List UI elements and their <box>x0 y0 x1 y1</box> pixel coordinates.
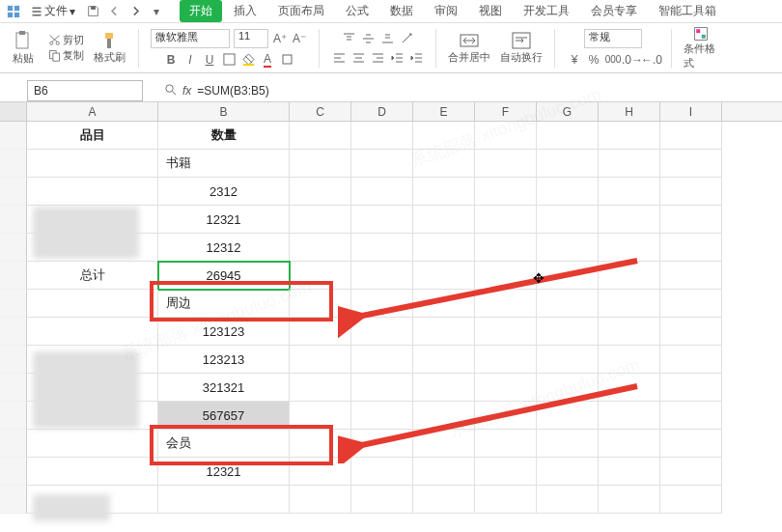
bold-icon[interactable]: B <box>163 52 179 68</box>
cell[interactable] <box>413 430 475 458</box>
dec-inc-icon[interactable]: .0→ <box>625 52 640 68</box>
cell[interactable]: 123123 <box>158 318 290 346</box>
percent-icon[interactable]: % <box>586 52 601 68</box>
cell[interactable] <box>660 402 722 430</box>
tab-review[interactable]: 审阅 <box>425 0 467 22</box>
col-header-G[interactable]: G <box>537 102 599 121</box>
row-header[interactable] <box>0 346 27 374</box>
cell[interactable]: 周边 <box>158 290 290 318</box>
cell[interactable] <box>351 122 413 150</box>
tab-view[interactable]: 视图 <box>469 0 512 22</box>
cell[interactable] <box>158 486 290 514</box>
cell[interactable] <box>351 458 413 486</box>
cell[interactable] <box>475 486 537 514</box>
cell[interactable]: 567657 <box>158 402 290 430</box>
row-header[interactable] <box>0 262 27 290</box>
cell[interactable] <box>660 234 722 262</box>
cell[interactable] <box>599 150 660 178</box>
row-header[interactable] <box>0 178 27 206</box>
cell[interactable] <box>290 150 351 178</box>
row-header[interactable] <box>0 374 27 402</box>
underline-icon[interactable]: U <box>202 52 217 68</box>
cell[interactable] <box>413 150 475 178</box>
cell[interactable] <box>599 318 660 346</box>
wrap-button[interactable]: 自动换行 <box>500 32 543 65</box>
comma-icon[interactable]: 000 <box>605 52 621 68</box>
cell[interactable] <box>290 206 351 234</box>
cell[interactable] <box>475 206 537 234</box>
increase-font-icon[interactable]: A⁺ <box>272 31 288 46</box>
cell[interactable] <box>413 234 475 262</box>
cell[interactable] <box>599 206 660 234</box>
currency-icon[interactable]: ¥ <box>567 52 582 68</box>
cell[interactable] <box>537 430 599 458</box>
cell[interactable] <box>290 122 351 150</box>
merge-button[interactable]: 合并居中 <box>448 32 490 65</box>
name-box[interactable]: B6 <box>27 80 143 101</box>
cell[interactable] <box>475 318 537 346</box>
forward-icon[interactable] <box>126 2 145 21</box>
indent-inc-icon[interactable] <box>408 50 424 66</box>
cell[interactable]: 2312 <box>158 178 290 206</box>
cell[interactable] <box>660 430 722 458</box>
cell[interactable] <box>537 178 599 206</box>
cell[interactable] <box>413 206 475 234</box>
cell[interactable] <box>537 402 599 430</box>
cell[interactable] <box>413 346 475 374</box>
row-header[interactable] <box>0 290 27 318</box>
cell[interactable] <box>290 262 351 290</box>
row-header[interactable] <box>0 318 27 346</box>
cell[interactable] <box>290 178 351 206</box>
home-icon[interactable] <box>4 2 23 21</box>
cell[interactable] <box>660 122 722 150</box>
cell[interactable] <box>290 290 351 318</box>
fx-icon[interactable]: fx <box>182 84 191 98</box>
cell[interactable] <box>599 262 660 290</box>
cell[interactable]: 总计 <box>27 262 158 290</box>
align-bottom-icon[interactable] <box>379 31 395 46</box>
cell[interactable] <box>290 234 351 262</box>
back-icon[interactable] <box>104 2 124 21</box>
cell[interactable] <box>537 486 599 514</box>
col-header-E[interactable]: E <box>413 102 475 121</box>
row-header[interactable] <box>0 206 27 234</box>
row-header[interactable] <box>0 234 27 262</box>
cell[interactable] <box>537 150 599 178</box>
cell[interactable] <box>351 150 413 178</box>
cell[interactable] <box>290 346 351 374</box>
cell[interactable] <box>351 402 413 430</box>
align-left-icon[interactable] <box>331 50 347 66</box>
font-color-icon[interactable]: A <box>260 52 275 68</box>
cell[interactable] <box>351 206 413 234</box>
cell[interactable] <box>27 178 158 206</box>
cell[interactable] <box>351 374 413 402</box>
cond-format-button[interactable]: 条件格式 <box>684 26 718 70</box>
cell[interactable] <box>290 402 351 430</box>
tab-formula[interactable]: 公式 <box>336 0 378 22</box>
cell[interactable] <box>475 290 537 318</box>
select-all-corner[interactable] <box>0 102 27 121</box>
tab-start[interactable]: 开始 <box>180 0 222 22</box>
cell[interactable] <box>475 122 537 150</box>
cell[interactable] <box>660 206 722 234</box>
align-top-icon[interactable] <box>341 31 356 46</box>
cell[interactable] <box>660 486 722 514</box>
font-size-select[interactable]: 11 <box>234 29 268 48</box>
cell[interactable] <box>537 346 599 374</box>
cell[interactable] <box>599 178 660 206</box>
cell[interactable] <box>537 122 599 150</box>
row-header[interactable] <box>0 458 27 486</box>
cell[interactable] <box>660 178 722 206</box>
cell[interactable] <box>351 346 413 374</box>
col-header-I[interactable]: I <box>660 102 722 121</box>
zoom-icon[interactable] <box>164 83 177 98</box>
file-menu[interactable]: 文件 ▾ <box>25 3 81 19</box>
row-header[interactable] <box>0 122 27 150</box>
tab-dev[interactable]: 开发工具 <box>514 0 579 22</box>
cell[interactable]: 书籍 <box>158 150 290 178</box>
cell-selected[interactable]: 26945 <box>158 262 290 290</box>
cell[interactable] <box>599 458 660 486</box>
number-format-select[interactable]: 常规 <box>584 29 642 48</box>
font-name-select[interactable]: 微软雅黑 <box>151 29 230 48</box>
col-header-B[interactable]: B <box>158 102 290 121</box>
